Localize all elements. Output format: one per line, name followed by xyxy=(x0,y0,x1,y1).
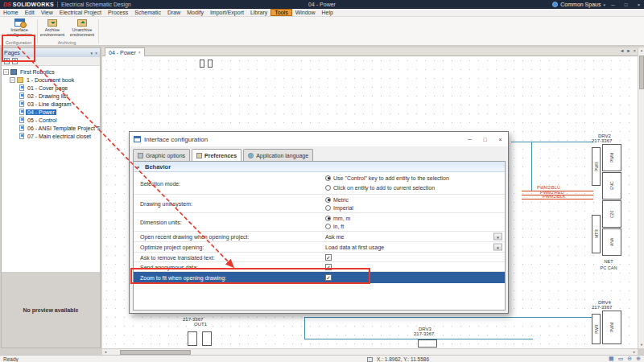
new-page-icon[interactable] xyxy=(4,58,10,64)
row-zoom-to-fit[interactable]: Zoom to fit when opening drawing: ✓ xyxy=(134,272,505,283)
menu-edit[interactable]: Edit xyxy=(22,9,38,16)
radio-metric[interactable]: Metric xyxy=(325,195,349,204)
pin-cell[interactable]: C20 xyxy=(602,200,621,228)
window-maximize-button[interactable]: □ xyxy=(621,0,631,9)
pin-cell[interactable]: ENC xyxy=(602,172,621,200)
radio-in-ft[interactable]: in, ft xyxy=(325,222,344,230)
dialog-minimize-button[interactable]: ─ xyxy=(462,132,477,146)
window-minimize-button[interactable]: ─ xyxy=(608,0,618,9)
pages-panel-header[interactable]: Pages ▾ × xyxy=(2,48,100,57)
wire-pwm2-blk[interactable] xyxy=(522,199,593,200)
menu-window[interactable]: Window xyxy=(292,9,319,16)
grid-icon[interactable]: ▦ xyxy=(609,356,614,362)
dropdown-value[interactable]: Ask me xyxy=(325,234,344,240)
tab-graphic-options[interactable]: Graphic options xyxy=(133,149,190,161)
user-menu-caret-icon[interactable]: ▾ xyxy=(603,2,605,7)
dialog-titlebar[interactable]: Interface configuration ─ □ × xyxy=(130,132,508,146)
pin-cell[interactable]: PWR xyxy=(592,314,601,344)
schematic-symbol[interactable] xyxy=(208,60,213,68)
pin-cell[interactable]: PWM xyxy=(602,144,621,171)
zoom-in-icon[interactable]: ⊕ xyxy=(636,356,641,362)
user-name[interactable]: Common Spaus xyxy=(560,2,601,7)
schematic-symbol[interactable] xyxy=(200,60,204,68)
component-part-number: 217-3367 xyxy=(592,138,625,143)
component-drv3[interactable]: DRV3 217-3367 xyxy=(414,327,441,336)
menu-library[interactable]: Library xyxy=(247,9,270,16)
user-avatar-icon[interactable] xyxy=(552,2,558,7)
horizontal-scrollbar[interactable]: ◄ ► xyxy=(102,348,638,355)
pin-panel-icon[interactable]: ▾ xyxy=(91,51,93,56)
dialog-maximize-button[interactable]: □ xyxy=(477,132,493,146)
collapse-icon[interactable]: − xyxy=(3,69,9,75)
tree-item-line-diagram[interactable]: 03 - Line diagram xyxy=(2,100,100,108)
menu-help[interactable]: Help xyxy=(319,9,336,16)
close-panel-icon[interactable]: × xyxy=(95,51,97,56)
pin-cell[interactable]: PWM xyxy=(602,311,621,344)
collapse-section-icon[interactable]: ▲ xyxy=(136,164,140,169)
wire[interactable] xyxy=(531,142,532,191)
wire[interactable] xyxy=(304,317,305,339)
component-drv4[interactable]: DRV4 217-3367 PWR PWM xyxy=(592,300,625,348)
radio-use-control-key[interactable]: Use "Control" key to add entity to the s… xyxy=(325,174,449,182)
tree-item-control[interactable]: 05 - Control xyxy=(2,116,100,124)
radio-label: Click on entity to add to current select… xyxy=(333,185,435,191)
tab-application-language[interactable]: Application language xyxy=(243,149,313,161)
zoom-out-icon[interactable]: ⊖ xyxy=(627,356,632,362)
tree-item-project[interactable]: − First Robotics xyxy=(2,68,100,76)
menu-modify[interactable]: Modify xyxy=(184,9,207,16)
tree-item-cover-page[interactable]: 01 - Cover page xyxy=(2,84,100,92)
archive-environment-button[interactable]: Archive environment xyxy=(39,18,66,39)
radio-imperial[interactable]: Imperial xyxy=(325,204,353,212)
scroll-down-icon[interactable]: ▼ xyxy=(638,342,644,348)
window-close-button[interactable]: × xyxy=(634,0,644,9)
tree-item-document-book[interactable]: − 1 - Document book xyxy=(2,76,100,84)
dropdown-value[interactable]: Load data at first usage xyxy=(325,245,384,250)
radio-click-on-entity[interactable]: Click on entity to add to current select… xyxy=(325,183,435,191)
tab-04-power[interactable]: 04 - Power × xyxy=(105,47,145,56)
pin-cell[interactable]: ANA xyxy=(602,228,621,256)
menu-process[interactable]: Process xyxy=(105,9,131,16)
wire[interactable] xyxy=(511,142,593,142)
pin-box[interactable] xyxy=(418,339,437,348)
checkbox-ask-translated[interactable]: ✓ xyxy=(325,254,332,261)
dropdown-arrow-icon[interactable]: ▾ xyxy=(493,233,502,241)
menu-draw[interactable]: Draw xyxy=(164,9,184,16)
dialog-tabs: Graphic options Preferences Application … xyxy=(133,149,315,161)
menu-view[interactable]: View xyxy=(38,9,56,16)
tab-scroll-right-icon[interactable]: ► xyxy=(626,48,630,53)
tab-list-close-icon[interactable]: × xyxy=(634,48,636,53)
tree-item-main-electrical-closet[interactable]: 07 - Main electrical closet xyxy=(2,132,100,140)
component-out1[interactable]: 217-3367 OUT1 xyxy=(183,317,221,327)
menu-home[interactable]: Home xyxy=(0,9,22,16)
dropdown-arrow-icon[interactable]: ▾ xyxy=(493,244,502,251)
tab-preferences[interactable]: Preferences xyxy=(192,149,242,161)
pin-cell[interactable]: MTR xyxy=(592,215,601,253)
pin-box[interactable] xyxy=(188,331,197,346)
tab-close-icon[interactable]: × xyxy=(138,50,141,55)
tree-item-power-selected[interactable]: 04 - Power xyxy=(2,108,100,116)
vertical-scrollbar[interactable]: ▲ ▼ xyxy=(638,47,644,348)
collapse-icon[interactable]: − xyxy=(10,77,15,83)
menu-schematic[interactable]: Schematic xyxy=(131,9,164,16)
tree-item-ansi-template[interactable]: 06 - ANSI Template Project Te xyxy=(2,124,100,132)
page-properties-icon[interactable] xyxy=(12,58,18,64)
pin-box[interactable] xyxy=(202,331,212,346)
vertical-scroll-thumb[interactable] xyxy=(639,56,644,89)
wire[interactable] xyxy=(304,317,593,318)
component-drv2[interactable]: DRV2 217-3367 PWR MTR PWM ENC C20 ANA NE… xyxy=(592,134,625,270)
checkbox-send-anonymous[interactable]: ✓ xyxy=(325,264,332,270)
scroll-up-icon[interactable]: ▲ xyxy=(638,47,644,54)
tree-item-drawing-list[interactable]: 02 - Drawing list xyxy=(2,92,100,100)
menu-import-export[interactable]: Import/Export xyxy=(207,9,247,16)
unarchive-environment-button[interactable]: Unarchive environment xyxy=(68,18,97,39)
radio-mm-m[interactable]: mm, m xyxy=(325,214,350,222)
menu-tools[interactable]: Tools xyxy=(270,9,291,16)
checkbox-zoom-to-fit[interactable]: ✓ xyxy=(325,274,332,281)
tab-scroll-left-icon[interactable]: ◄ xyxy=(620,48,624,53)
zoom-fit-icon[interactable]: ▭ xyxy=(618,356,624,362)
behavior-section-header[interactable]: ▲ Behavior xyxy=(134,162,505,172)
dialog-close-button[interactable]: × xyxy=(493,132,508,146)
menu-electrical-project[interactable]: Electrical Project xyxy=(56,9,105,16)
interface-configuration-button[interactable]: Interface configuration xyxy=(3,18,35,39)
pin-cell[interactable]: PWR xyxy=(592,147,601,186)
